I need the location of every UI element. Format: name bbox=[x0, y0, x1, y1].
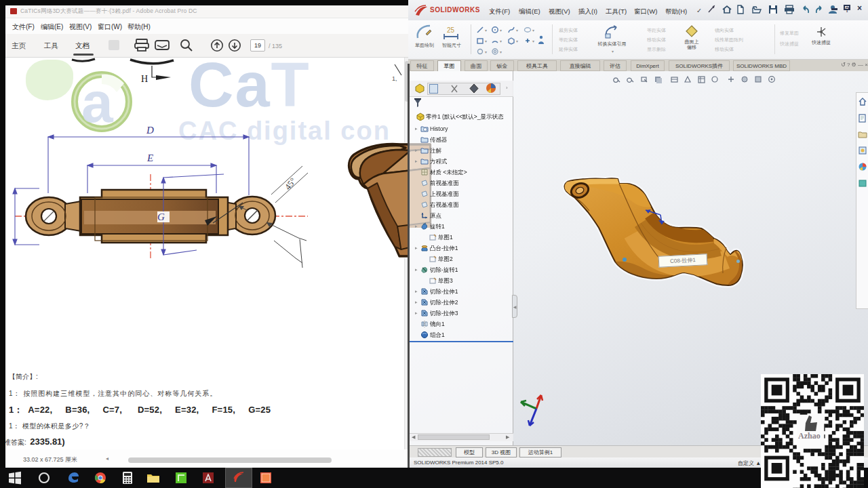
svg-text:1,: 1, bbox=[392, 75, 397, 82]
svg-text:Azhao: Azhao bbox=[798, 431, 821, 441]
svg-text:25: 25 bbox=[447, 26, 455, 34]
svg-text:D: D bbox=[146, 125, 154, 136]
svg-text:E: E bbox=[146, 152, 153, 163]
svg-text:H: H bbox=[141, 74, 148, 84]
svg-text:G: G bbox=[157, 211, 165, 222]
svg-text:45°: 45° bbox=[283, 176, 298, 192]
